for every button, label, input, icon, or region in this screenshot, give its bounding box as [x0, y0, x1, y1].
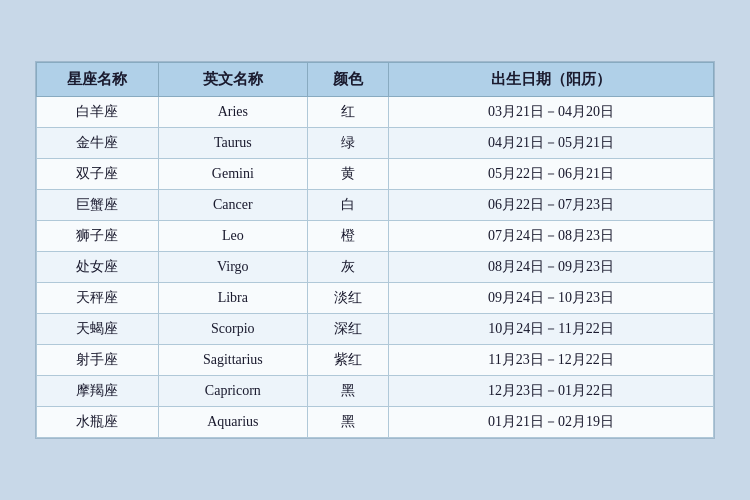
cell-zh: 处女座 [37, 252, 159, 283]
cell-zh: 天蝎座 [37, 314, 159, 345]
cell-color: 红 [307, 97, 388, 128]
cell-en: Scorpio [158, 314, 307, 345]
cell-date: 09月24日－10月23日 [389, 283, 714, 314]
header-date: 出生日期（阳历） [389, 63, 714, 97]
cell-en: Capricorn [158, 376, 307, 407]
cell-date: 11月23日－12月22日 [389, 345, 714, 376]
table-row: 金牛座Taurus绿04月21日－05月21日 [37, 128, 714, 159]
header-color: 颜色 [307, 63, 388, 97]
cell-en: Libra [158, 283, 307, 314]
cell-color: 深红 [307, 314, 388, 345]
cell-date: 01月21日－02月19日 [389, 407, 714, 438]
cell-color: 橙 [307, 221, 388, 252]
cell-color: 淡红 [307, 283, 388, 314]
cell-en: Taurus [158, 128, 307, 159]
table-row: 射手座Sagittarius紫红11月23日－12月22日 [37, 345, 714, 376]
cell-en: Virgo [158, 252, 307, 283]
cell-zh: 双子座 [37, 159, 159, 190]
cell-date: 07月24日－08月23日 [389, 221, 714, 252]
cell-zh: 巨蟹座 [37, 190, 159, 221]
header-en: 英文名称 [158, 63, 307, 97]
cell-en: Sagittarius [158, 345, 307, 376]
zodiac-table: 星座名称 英文名称 颜色 出生日期（阳历） 白羊座Aries红03月21日－04… [35, 61, 715, 439]
cell-en: Leo [158, 221, 307, 252]
table-row: 水瓶座Aquarius黑01月21日－02月19日 [37, 407, 714, 438]
cell-date: 08月24日－09月23日 [389, 252, 714, 283]
table-row: 双子座Gemini黄05月22日－06月21日 [37, 159, 714, 190]
cell-color: 紫红 [307, 345, 388, 376]
cell-zh: 狮子座 [37, 221, 159, 252]
cell-en: Cancer [158, 190, 307, 221]
table-row: 天蝎座Scorpio深红10月24日－11月22日 [37, 314, 714, 345]
cell-en: Aries [158, 97, 307, 128]
cell-en: Gemini [158, 159, 307, 190]
cell-zh: 水瓶座 [37, 407, 159, 438]
cell-date: 12月23日－01月22日 [389, 376, 714, 407]
table-row: 巨蟹座Cancer白06月22日－07月23日 [37, 190, 714, 221]
cell-date: 04月21日－05月21日 [389, 128, 714, 159]
table-row: 白羊座Aries红03月21日－04月20日 [37, 97, 714, 128]
cell-color: 黑 [307, 376, 388, 407]
cell-zh: 摩羯座 [37, 376, 159, 407]
table-row: 天秤座Libra淡红09月24日－10月23日 [37, 283, 714, 314]
table-header-row: 星座名称 英文名称 颜色 出生日期（阳历） [37, 63, 714, 97]
cell-en: Aquarius [158, 407, 307, 438]
cell-zh: 白羊座 [37, 97, 159, 128]
cell-color: 白 [307, 190, 388, 221]
cell-color: 灰 [307, 252, 388, 283]
cell-date: 05月22日－06月21日 [389, 159, 714, 190]
table-row: 处女座Virgo灰08月24日－09月23日 [37, 252, 714, 283]
cell-zh: 射手座 [37, 345, 159, 376]
cell-color: 绿 [307, 128, 388, 159]
cell-color: 黑 [307, 407, 388, 438]
cell-zh: 金牛座 [37, 128, 159, 159]
cell-date: 06月22日－07月23日 [389, 190, 714, 221]
cell-date: 03月21日－04月20日 [389, 97, 714, 128]
cell-zh: 天秤座 [37, 283, 159, 314]
table-row: 狮子座Leo橙07月24日－08月23日 [37, 221, 714, 252]
cell-color: 黄 [307, 159, 388, 190]
header-zh: 星座名称 [37, 63, 159, 97]
cell-date: 10月24日－11月22日 [389, 314, 714, 345]
table-row: 摩羯座Capricorn黑12月23日－01月22日 [37, 376, 714, 407]
